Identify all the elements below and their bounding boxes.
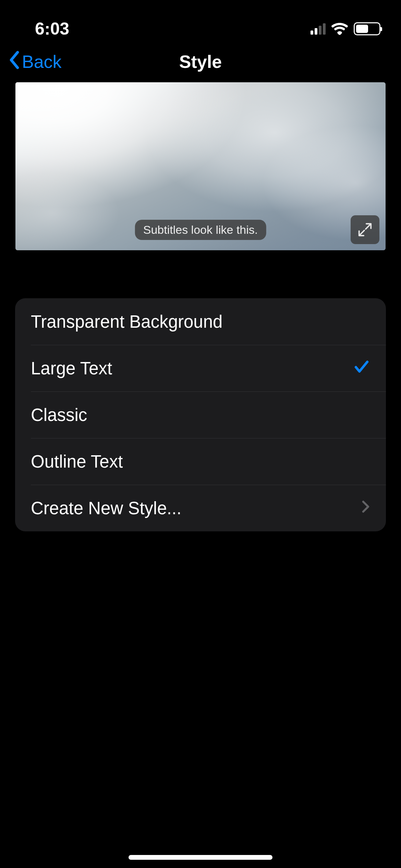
checkmark-icon xyxy=(353,357,370,380)
style-option-large-text[interactable]: Large Text xyxy=(15,345,386,391)
style-option-classic[interactable]: Classic xyxy=(15,391,386,438)
home-indicator[interactable] xyxy=(129,855,272,860)
status-time: 6:03 xyxy=(35,19,69,39)
wifi-icon xyxy=(331,22,348,35)
page-title: Style xyxy=(179,51,222,72)
expand-button[interactable] xyxy=(351,215,379,244)
back-label: Back xyxy=(22,51,62,72)
style-option-label: Outline Text xyxy=(31,451,123,472)
style-list: Transparent Background Large Text Classi… xyxy=(15,298,386,531)
style-option-transparent-background[interactable]: Transparent Background xyxy=(15,298,386,345)
style-option-label: Large Text xyxy=(31,358,112,378)
style-option-outline-text[interactable]: Outline Text xyxy=(15,438,386,485)
subtitle-preview: Subtitles look like this. xyxy=(15,82,386,250)
chevron-left-icon xyxy=(8,50,21,73)
back-button[interactable]: Back xyxy=(8,50,62,73)
style-option-label: Classic xyxy=(31,405,87,425)
chevron-right-icon xyxy=(361,499,370,517)
style-option-label: Transparent Background xyxy=(31,312,222,332)
subtitle-sample-text: Subtitles look like this. xyxy=(135,220,266,240)
battery-icon xyxy=(354,22,380,35)
navigation-bar: Back Style xyxy=(0,45,401,79)
cellular-icon xyxy=(311,23,326,35)
status-bar: 6:03 xyxy=(0,0,401,45)
expand-icon xyxy=(357,222,373,238)
create-new-style[interactable]: Create New Style... xyxy=(15,485,386,531)
style-option-label: Create New Style... xyxy=(31,498,181,518)
status-icons xyxy=(311,22,380,35)
